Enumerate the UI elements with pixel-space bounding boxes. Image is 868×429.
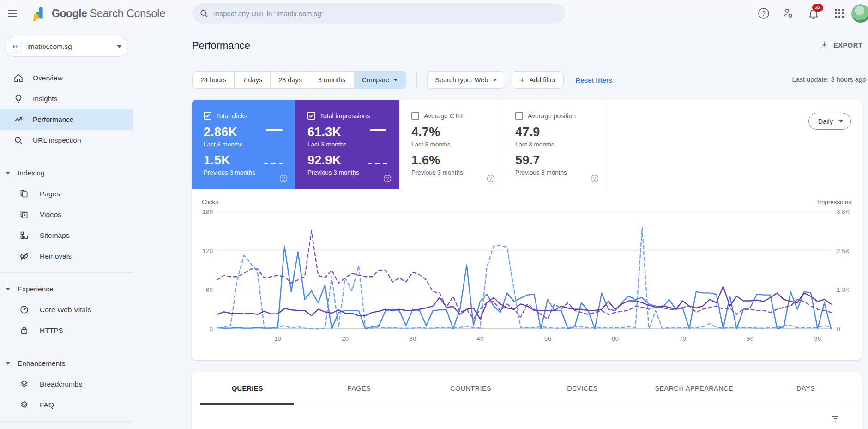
chevron-down-icon [6,362,10,365]
metric-caption-current: Last 3 months [515,141,607,148]
metric-tile-total-clicks[interactable]: Total clicks 2.86K Last 3 months 1.5K Pr… [192,100,295,189]
svg-text:180: 180 [202,208,213,215]
sidebar-item-faq[interactable]: FAQ [0,394,133,415]
sidebar: imatrix.com.sg Overview Insights Perform… [0,27,133,429]
checkbox-checked-icon[interactable] [204,112,211,120]
metric-value-previous: 1.5K [204,153,295,168]
tab-pages[interactable]: PAGES [303,372,415,405]
svg-text:?: ? [489,176,492,181]
help-icon[interactable]: ? [383,174,392,183]
sidebar-section-enhancements[interactable]: Enhancements [0,353,133,374]
notifications-bell-icon[interactable]: 32 [808,7,820,19]
sidebar-item-url-inspection[interactable]: URL inspection [0,130,133,151]
notification-count-badge: 32 [812,4,823,12]
help-icon[interactable]: ? [279,174,288,183]
chart-canvas: 00601.3K1202.5K1803.8K102030405060708090… [201,199,852,351]
checkbox-unchecked-icon[interactable] [515,112,523,120]
plus-icon: + [519,76,524,85]
svg-text:0: 0 [209,326,213,332]
trend-icon [13,115,24,125]
help-icon[interactable]: ? [486,174,495,183]
divider [0,157,133,157]
metric-label: Average CTR [424,112,463,120]
sidebar-item-breadcrumbs[interactable]: Breadcrumbs [0,374,133,394]
filter-bar: 24 hours 7 days 28 days 3 months Compare… [192,71,612,89]
sidebar-item-pages[interactable]: Pages [0,183,133,204]
tab-countries[interactable]: COUNTRIES [415,372,527,405]
checkbox-unchecked-icon[interactable] [411,112,419,120]
reset-filters-link[interactable]: Reset filters [576,76,612,84]
hamburger-menu-icon[interactable] [6,7,19,20]
export-button[interactable]: EXPORT [820,41,862,50]
svg-text:Impressions: Impressions [818,199,851,205]
metric-value-previous: 59.7 [515,153,607,168]
metric-tiles: Total clicks 2.86K Last 3 months 1.5K Pr… [192,100,607,189]
performance-line-chart[interactable]: 00601.3K1202.5K1803.8K102030405060708090… [201,199,852,351]
sidebar-item-core-web-vitals[interactable]: Core Web Vitals [0,299,133,320]
svg-text:120: 120 [202,248,213,254]
sidebar-item-performance[interactable]: Performance [0,109,133,130]
checkbox-checked-icon[interactable] [307,112,315,120]
property-selector[interactable]: imatrix.com.sg [5,36,128,57]
apps-grid-icon[interactable] [833,7,845,19]
product-name-google: Google [52,7,87,19]
date-range-3-months[interactable]: 3 months [310,72,354,88]
svg-text:2.5K: 2.5K [837,248,850,254]
search-type-label: Search type: Web [435,76,488,84]
sidebar-item-https[interactable]: HTTPS [0,320,133,341]
sidebar-item-label: Breadcrumbs [40,380,82,388]
tab-devices[interactable]: DEVICES [526,372,638,405]
url-inspect-searchbar[interactable] [192,3,565,24]
sidebar-section-indexing[interactable]: Indexing [0,163,133,183]
metric-value-previous: 1.6% [411,153,503,168]
svg-text:40: 40 [476,335,483,342]
product-name: Google Search Console [52,0,165,27]
magnifier-icon [13,135,24,145]
sidebar-item-videos[interactable]: Videos [0,204,133,225]
solid-line-swatch [370,129,386,131]
account-avatar[interactable] [851,4,868,23]
search-console-logo-icon [30,5,48,22]
sidebar-item-removals[interactable]: Removals [0,246,133,266]
product-name-search-console: Search Console [90,7,166,19]
metric-tile-average-position[interactable]: Average position 47.9 Last 3 months 59.7… [503,100,607,189]
divider [0,347,133,347]
sidebar-item-overview[interactable]: Overview [0,67,133,88]
date-range-24-hours[interactable]: 24 hours [193,72,235,88]
sidebar-item-label: HTTPS [40,326,63,335]
search-type-filter[interactable]: Search type: Web [427,71,505,89]
add-filter-button[interactable]: + Add filter [512,71,563,89]
url-inspect-input[interactable] [214,10,558,18]
help-icon[interactable]: ? [758,7,770,19]
metric-tile-average-ctr[interactable]: Average CTR 4.7% Last 3 months 1.6% Prev… [399,100,503,189]
filter-funnel-icon[interactable] [830,413,841,424]
section-header-label: Experience [18,285,54,293]
dashed-line-swatch [264,163,284,164]
granularity-dropdown[interactable]: Daily [808,113,851,130]
add-filter-label: Add filter [529,76,555,84]
topbar: Google Search Console ? 32 [0,0,868,27]
tab-search-appearance[interactable]: SEARCH APPEARANCE [638,372,750,405]
eye-off-icon [19,251,29,261]
date-range-compare[interactable]: Compare [354,72,406,88]
solid-line-swatch [266,129,283,131]
download-icon [820,41,829,50]
chevron-down-icon [6,288,10,290]
granularity-label: Daily [818,118,833,125]
metric-tile-total-impressions[interactable]: Total impressions 61.3K Last 3 months 92… [295,100,399,189]
date-range-7-days[interactable]: 7 days [235,72,271,88]
tab-days[interactable]: DAYS [750,372,862,405]
sidebar-section-experience[interactable]: Experience [0,279,133,299]
user-settings-icon[interactable] [782,7,794,19]
sidebar-item-sitemaps[interactable]: Sitemaps [0,225,133,246]
compare-label: Compare [362,76,390,84]
tab-queries[interactable]: QUERIES [192,372,303,405]
svg-text:Clicks: Clicks [202,199,218,205]
divider [0,421,133,422]
svg-text:70: 70 [679,335,686,342]
date-range-28-days[interactable]: 28 days [271,72,310,88]
sidebar-item-insights[interactable]: Insights [0,88,133,109]
metric-value-current: 4.7% [411,125,503,139]
sidebar-item-label: Pages [40,190,60,198]
help-icon[interactable]: ? [590,174,599,183]
